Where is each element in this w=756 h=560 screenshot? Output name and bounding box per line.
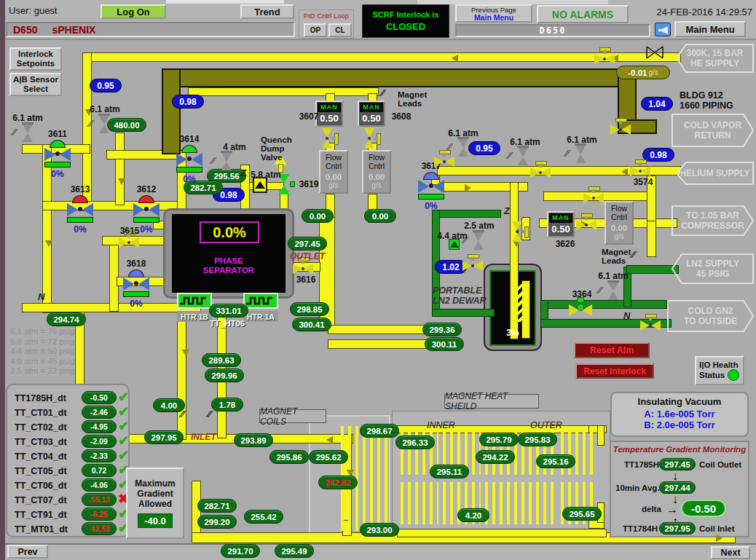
phase-separator-level: 0.0% <box>213 224 246 241</box>
manual-valve[interactable] <box>639 314 661 333</box>
diagram-label: OUTLET <box>290 251 325 261</box>
valve-actuator-blue[interactable] <box>128 269 144 277</box>
valve-actuator-red[interactable] <box>138 195 154 203</box>
manual-valve[interactable] <box>510 221 529 242</box>
temp-indicator: 299.36 <box>422 323 462 336</box>
valve-body <box>433 180 444 193</box>
pipe-symbol-icon: Z <box>504 205 510 216</box>
setpoint-value: 0.50 <box>359 113 384 124</box>
pressure-indicator: 0.95 <box>90 79 122 92</box>
quench-valve-actuator[interactable] <box>290 181 295 187</box>
user-label: User: guest <box>9 7 57 15</box>
relief-setpoint-label: 6.1 atm <box>87 104 122 113</box>
previous-page-line1: Previous Page <box>471 6 516 14</box>
temp-indicator: 299.96 <box>205 368 244 382</box>
temp-indicator: 296.33 <box>395 435 435 449</box>
manual-valve[interactable] <box>433 150 455 169</box>
flow-arrow-icon <box>118 178 125 185</box>
line-flag: COLD GN2 TO OUTSIDE <box>667 300 754 332</box>
io-health-line1: I|O Health <box>699 360 739 369</box>
temp-indicator: 0.00 <box>302 209 334 223</box>
flow-controller[interactable]: MAN0.50 <box>547 211 575 237</box>
main-menu-button[interactable]: Main Menu <box>674 21 746 37</box>
relief-valve-icon <box>221 162 232 170</box>
previous-page-button[interactable]: Previous Page Main Menu <box>455 4 532 23</box>
manual-valve[interactable] <box>529 161 551 180</box>
temp-indicator: 300.11 <box>425 337 464 351</box>
screen-select-field[interactable]: D650 <box>455 24 650 37</box>
pipe-helium <box>647 221 656 257</box>
logon-button[interactable]: Log On <box>101 4 166 19</box>
manual-valve[interactable] <box>583 186 605 205</box>
temp-indicator: 295.62 <box>309 450 348 464</box>
manual-valve[interactable] <box>610 118 631 137</box>
scrf-line1: SCRF Interlock is <box>372 10 438 19</box>
flow-controller[interactable]: MAN0.50 <box>358 100 385 127</box>
screen-name: sPHENIX <box>52 24 95 36</box>
pipe-helium <box>188 87 379 96</box>
window-edge <box>0 0 5 560</box>
flow-cntrl-box[interactable]: FlowCntrl0.00g/s <box>319 150 348 194</box>
next-button[interactable]: Next <box>711 546 750 559</box>
valve-body <box>123 277 134 291</box>
flow-cntrl-box[interactable]: FlowCntrl0.00g/s <box>362 150 391 194</box>
valve-actuator-green[interactable] <box>181 145 197 153</box>
gm-row1-label: TT1785H <box>624 460 659 469</box>
prev-button[interactable]: Prev <box>7 545 48 559</box>
manual-valve[interactable] <box>362 127 381 149</box>
gm-row2-label: 10min Avg. <box>615 484 660 492</box>
pipe-symbol-icon: Z <box>240 167 246 178</box>
phase-separator-level-box: 0.0% <box>200 221 259 243</box>
manual-valve[interactable] <box>462 254 484 273</box>
dewar-level: 3% <box>500 328 526 338</box>
heater-1a-icon[interactable] <box>243 293 278 309</box>
temp-indicator: 297.45 <box>288 237 327 251</box>
manual-valve[interactable] <box>575 213 597 232</box>
manual-valve[interactable] <box>629 159 651 178</box>
relief-setpoint-label: 2.5 atm <box>462 221 497 229</box>
valve-actuator-green[interactable] <box>577 297 584 303</box>
line-flag: TO 1.05 BAR COMPRESSOR <box>672 205 754 236</box>
io-health-line2: Status <box>699 371 725 379</box>
relief-valve-icon <box>23 133 33 142</box>
diagram-label: Quench Dump Valve <box>261 135 292 162</box>
valve-actuator-green[interactable] <box>50 140 66 148</box>
gm-row4-suffix: Coil Inlet <box>699 524 735 533</box>
tt-value: -2.33 <box>82 449 117 462</box>
diagram-label: PORTABLE LN2 DEWAR <box>433 285 487 306</box>
tt-ht06-label: TT_HT06 <box>204 319 251 328</box>
valve-body <box>192 153 202 166</box>
tt-row: TT_CT02_dt-4.95✔ <box>15 420 125 434</box>
manual-valve[interactable] <box>320 127 339 149</box>
pipe-symbol-icon: ∕∕ <box>208 409 210 419</box>
alarm-status-button[interactable]: NO ALARMS <box>537 5 629 23</box>
relief-valve-inner <box>450 241 459 248</box>
speaker-icon[interactable] <box>655 23 671 36</box>
temp-indicator: 297.95 <box>144 430 184 444</box>
temp-indicator: 295.11 <box>430 465 469 478</box>
relief-valve-icon <box>458 139 468 148</box>
pipe-helium <box>177 312 186 440</box>
tt-row: TT1785H_dt-0.50✔ <box>15 391 125 405</box>
valve-position-bar <box>133 217 160 223</box>
legend-line: 4.0 atm = 45 psig <box>10 357 105 367</box>
trend-button[interactable]: Trend <box>240 4 294 19</box>
heater-1b-icon[interactable] <box>177 293 212 309</box>
interlock-setpoints-button[interactable]: Interlock Setpoints <box>9 47 62 71</box>
insulating-vacuum-panel: Insulating Vacuum A: 1.6e-005 Torr B: 2.… <box>610 392 749 437</box>
pressure-indicator: 0.95 <box>468 141 500 155</box>
legend-line: 4.4 atm = 50 psig <box>10 347 105 357</box>
temp-indicator: 295.83 <box>518 433 557 446</box>
manual-valve[interactable] <box>594 47 615 66</box>
relief-valve-icon <box>473 241 484 250</box>
pressure-legend: 6.1 atm = 75 psig5.8 atm = 72 psig4.4 at… <box>10 327 105 376</box>
tt-value: -2.46 <box>82 406 117 419</box>
pid-cl-button[interactable]: CL <box>328 23 352 37</box>
reset-alarm-button[interactable]: Reset Alm <box>574 342 650 358</box>
ab-sensor-select-button[interactable]: A|B Sensor Select <box>9 73 62 96</box>
flow-cntrl-box[interactable]: FlowCntrl0.00g/s <box>605 201 634 245</box>
temp-indicator: 293.89 <box>234 433 273 447</box>
pid-cntrl-title: PID Cntrl Loop <box>299 12 353 20</box>
pid-op-button[interactable]: OP <box>304 23 327 37</box>
reset-interlock-button[interactable]: Reset Interlock <box>575 363 654 379</box>
